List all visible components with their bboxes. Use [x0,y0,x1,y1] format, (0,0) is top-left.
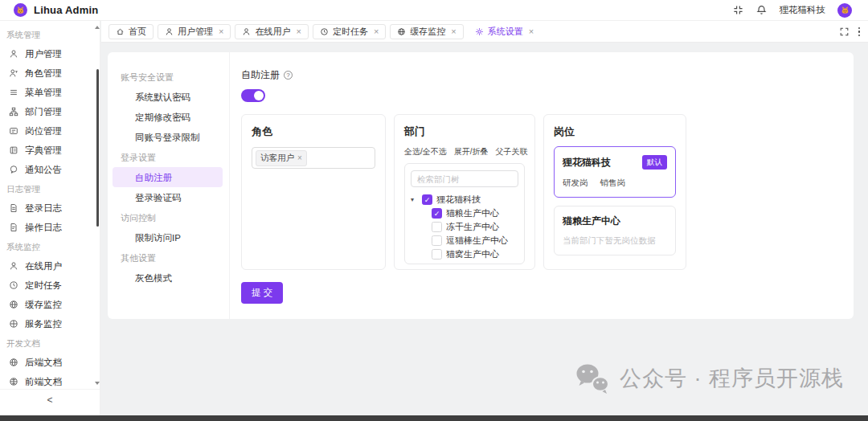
check-all-link[interactable]: 全选/全不选 [404,146,447,157]
sidebar-item-dept-mgmt[interactable]: 部门管理 [0,102,100,121]
tab-close-icon[interactable]: × [451,27,456,36]
self-register-toggle[interactable] [241,89,265,102]
sidebar-item-role-mgmt[interactable]: 角色管理 [0,63,100,83]
expand-collapse-link[interactable]: 展开/折叠 [454,146,489,157]
settings-item-ip-restrict[interactable]: 限制访问IP [113,227,223,247]
tree-row: 冻干生产中心 [411,220,518,234]
post-item-sales[interactable]: 销售岗 [600,178,626,189]
brand: Lihua Admin [0,3,98,17]
tabbar-tools [840,21,862,43]
tree-row: ✓ 猫粮生产中心 [411,206,518,220]
fullscreen-exit-icon[interactable] [733,5,744,16]
settings-item-gray-mode[interactable]: 灰色模式 [113,268,223,288]
tab-close-icon[interactable]: × [296,27,301,36]
settings-menu: 账号安全设置 系统默认密码 定期修改密码 同账号登录限制 登录设置 自助注册 登… [108,52,230,319]
sidebar-group-monitor: 系统监控 [0,237,100,256]
id-badge-icon [9,126,18,136]
top-bar: Lihua Admin 狸花猫科技 [0,0,868,21]
tenant-name[interactable]: 狸花猫科技 [780,4,826,16]
tag-close-icon[interactable]: × [297,154,302,162]
sidebar-item-login-log[interactable]: 登录日志 [0,198,100,218]
settings-section-account-security: 账号安全设置 [108,67,223,87]
tab-close-icon[interactable]: × [219,27,223,36]
tree-row: 逗猫棒生产中心 [411,234,518,247]
wechat-icon [575,362,610,394]
sidebar-item-cache-monitor[interactable]: 缓存监控 [0,295,100,314]
tab-scheduled-tasks[interactable]: 定时任务 × [313,24,386,39]
watermark-text: 公众号 · 程序员开源栈 [620,364,844,393]
user-icon [9,49,18,59]
sidebar-scrollbar[interactable] [96,69,99,227]
settings-item-periodic-password[interactable]: 定期修改密码 [113,107,223,127]
sidebar-item-operation-log[interactable]: 操作日志 [0,218,100,237]
checkbox-unchecked[interactable] [432,249,442,260]
sidebar-item-backend-docs[interactable]: 后端文档 [0,353,100,372]
sidebar-item-online-users[interactable]: 在线用户 [0,256,100,276]
dept-card-title: 部门 [404,125,525,139]
checkbox-checked[interactable]: ✓ [432,208,442,219]
post-item-rd[interactable]: 研发岗 [563,178,588,189]
post-empty-text: 当前部门下暂无岗位数据 [563,235,667,247]
role-select[interactable]: 访客用户 × [252,147,375,169]
settings-panel: 自助注册 ? 角色 访客用户 × [230,52,854,319]
sidebar-item-service-monitor[interactable]: 服务监控 [0,314,100,333]
tab-close-icon[interactable]: × [529,27,534,36]
dept-tree: ▾ ✓ 狸花猫科技 ✓ 猫粮生产中心 [411,193,518,261]
sidebar-item-user-mgmt[interactable]: 用户管理 [0,44,100,63]
checkbox-checked[interactable]: ✓ [422,194,432,205]
settings-item-login-captcha[interactable]: 登录验证码 [113,187,223,207]
more-options-icon[interactable] [857,26,862,39]
help-icon[interactable]: ? [284,71,293,80]
watermark: 公众号 · 程序员开源栈 [575,362,844,394]
tab-cache-monitor[interactable]: 缓存监控 × [390,24,463,39]
checkbox-unchecked[interactable] [432,235,442,246]
submit-button[interactable]: 提 交 [241,282,283,304]
sidebar-item-notice[interactable]: 通知公告 [0,160,100,179]
brand-name: Lihua Admin [34,4,98,16]
sidebar-scroll-up-arrow[interactable] [95,26,100,29]
checkbox-unchecked[interactable] [432,222,442,232]
cache-monitor-icon [9,300,18,309]
tab-online-users[interactable]: 在线用户 × [235,24,308,39]
post-card-title: 岗位 [554,125,676,139]
sidebar: 系统管理 用户管理 角色管理 菜单管理 部门管理 岗位管理 [0,21,100,415]
settings-item-default-password[interactable]: 系统默认密码 [113,87,223,107]
role-card: 角色 访客用户 × [241,114,386,270]
tab-user-mgmt[interactable]: 用户管理 × [158,24,231,39]
parent-child-link[interactable]: 父子关联 [496,146,528,157]
sidebar-item-post-mgmt[interactable]: 岗位管理 [0,121,100,141]
service-monitor-icon [9,319,18,329]
sidebar-collapse-button[interactable]: < [0,389,100,410]
post-group-selected[interactable]: 狸花猫科技 默认 研发岗 销售岗 [554,146,676,198]
menu-list-icon [9,88,18,97]
clock-icon [9,280,18,290]
role-card-title: 角色 [252,125,375,139]
tab-home[interactable]: 首页 [108,24,154,39]
settings-item-same-account-limit[interactable]: 同账号登录限制 [113,127,223,147]
role-user-icon [9,68,18,78]
user-avatar-cat-icon[interactable] [837,3,852,18]
bell-icon[interactable] [756,5,768,16]
user-icon [165,27,174,36]
dept-actions: 全选/全不选 展开/折叠 父子关联 [404,146,525,157]
tree-row: 猫窝生产中心 [411,247,518,261]
expand-icon[interactable] [840,27,849,36]
org-tree-icon [9,107,18,116]
sidebar-item-scheduled-tasks[interactable]: 定时任务 [0,276,100,295]
sidebar-item-dict-mgmt[interactable]: 字典管理 [0,141,100,160]
dept-tree-box: ▾ ✓ 狸花猫科技 ✓ 猫粮生产中心 [404,163,525,264]
tab-close-icon[interactable]: × [374,27,379,36]
sidebar-group-system: 系统管理 [0,25,100,44]
sidebar-group-logs: 日志管理 [0,179,100,198]
bottom-edge-bar [0,415,868,421]
user-icon [242,27,251,36]
settings-item-self-register[interactable]: 自助注册 [113,167,223,187]
settings-section-login: 登录设置 [108,147,223,167]
sidebar-scroll-down-arrow[interactable] [95,382,100,385]
topbar-right: 狸花猫科技 [733,3,868,18]
sidebar-item-menu-mgmt[interactable]: 菜单管理 [0,83,100,102]
dept-search-input[interactable] [411,170,518,187]
tree-caret-icon[interactable]: ▾ [411,196,418,203]
post-group-empty[interactable]: 猫粮生产中心 当前部门下暂无岗位数据 [554,206,676,255]
tab-system-settings[interactable]: 系统设置 × [468,24,541,39]
